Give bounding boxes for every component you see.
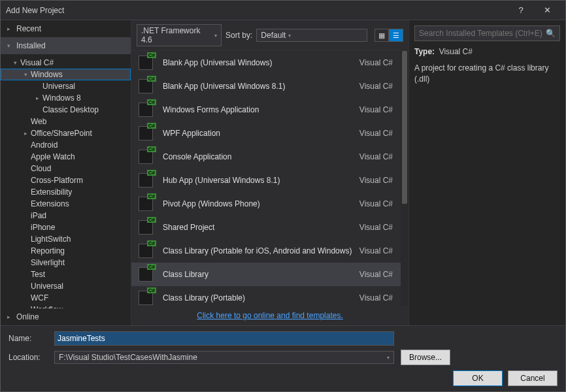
sortby-label: Sort by:: [225, 31, 252, 40]
tree-node-label: Web: [31, 117, 46, 126]
tree-node-label: Universal: [31, 282, 63, 291]
template-icon: C#: [137, 77, 155, 95]
template-name: Console Application: [163, 152, 359, 161]
tree-node-label: iPhone: [31, 223, 55, 232]
template-item[interactable]: C#Class Library (Portable for iOS, Andro…: [131, 239, 401, 263]
tree-node-label: Office/SharePoint: [31, 129, 92, 138]
template-name: Hub App (Universal Windows 8.1): [163, 176, 359, 185]
template-list: C#Blank App (Universal Windows)Visual C#…: [131, 51, 408, 306]
tree-node[interactable]: iPhone: [1, 221, 131, 233]
tree-node-label: Classic Desktop: [42, 105, 99, 114]
tree-node[interactable]: Workflow: [1, 304, 131, 308]
dialog-title: Add New Project: [6, 6, 508, 15]
template-icon: C#: [137, 171, 155, 189]
tree-node[interactable]: Cloud: [1, 163, 131, 174]
template-item[interactable]: C#Windows Forms ApplicationVisual C#: [131, 98, 401, 122]
name-label: Name:: [8, 334, 48, 343]
ok-button[interactable]: OK: [453, 370, 503, 386]
view-list-icon[interactable]: ☰: [389, 29, 403, 42]
scrollbar[interactable]: [401, 51, 408, 306]
tree-node-label: LightSwitch: [31, 235, 71, 244]
tree-node[interactable]: Universal: [1, 80, 131, 92]
online-templates-link[interactable]: Click here to go online and find templat…: [197, 311, 342, 320]
tree-node-label: Apple Watch: [31, 152, 75, 161]
tree-node[interactable]: ▸Windows 8: [1, 92, 131, 104]
template-icon: C#: [137, 101, 155, 119]
tree-node-label: Reporting: [31, 246, 65, 255]
template-name: WPF Application: [163, 129, 359, 138]
template-name: Shared Project: [163, 223, 359, 232]
template-item[interactable]: C#Shared ProjectVisual C#: [131, 216, 401, 239]
tree-node[interactable]: Silverlight: [1, 257, 131, 269]
description: A project for creating a C# class librar…: [414, 63, 560, 85]
tree-node[interactable]: WCF: [1, 292, 131, 304]
tree-node[interactable]: ▾Windows: [1, 69, 131, 80]
category-panel: ▸Recent ▾Installed ▾Visual C#▾WindowsUni…: [1, 20, 131, 325]
tree-node[interactable]: ▾Visual C#: [1, 57, 131, 69]
tree-node-label: Visual C#: [20, 58, 54, 67]
help-icon[interactable]: ?: [508, 5, 534, 15]
type-row: Type: Visual C#: [414, 46, 560, 57]
view-grid-icon[interactable]: ▦: [375, 29, 389, 42]
framework-dropdown[interactable]: .NET Framework 4.6▾: [137, 24, 222, 46]
titlebar: Add New Project ? ✕: [1, 1, 565, 20]
tree-node[interactable]: Cross-Platform: [1, 174, 131, 186]
template-item[interactable]: C#WPF ApplicationVisual C#: [131, 122, 401, 145]
tree-node[interactable]: ▸Office/SharePoint: [1, 127, 131, 139]
tree-node[interactable]: Test: [1, 269, 131, 280]
tree-node-label: Android: [31, 140, 58, 150]
tree-node[interactable]: Reporting: [1, 245, 131, 257]
tree-node-label: Windows 8: [42, 93, 81, 103]
template-list-panel: .NET Framework 4.6▾ Sort by: Default▾ ▦ …: [131, 20, 408, 325]
template-name: Pivot App (Windows Phone): [163, 199, 359, 208]
template-item[interactable]: C#Class LibraryVisual C#: [131, 263, 401, 286]
template-icon: C#: [137, 124, 155, 142]
template-item[interactable]: C#Hub App (Universal Windows 8.1)Visual …: [131, 169, 401, 192]
close-icon[interactable]: ✕: [534, 5, 560, 15]
template-name: Class Library: [163, 270, 359, 279]
template-lang: Visual C#: [359, 152, 393, 161]
template-icon: C#: [137, 54, 155, 72]
sortby-dropdown[interactable]: Default▾: [256, 29, 367, 42]
name-input[interactable]: [54, 331, 394, 346]
tree-node[interactable]: Classic Desktop: [1, 104, 131, 116]
tree-node[interactable]: iPad: [1, 210, 131, 221]
tree-node-label: Windows: [31, 70, 63, 79]
category-online[interactable]: ▸Online: [1, 308, 131, 325]
tree-node[interactable]: Android: [1, 139, 131, 151]
category-recent[interactable]: ▸Recent: [1, 20, 131, 37]
template-lang: Visual C#: [359, 176, 393, 185]
details-panel: 🔍 Type: Visual C# A project for creating…: [408, 20, 565, 325]
tree-node-label: iPad: [31, 211, 46, 220]
template-item[interactable]: C#Blank App (Universal Windows)Visual C#: [131, 51, 401, 74]
tree-node[interactable]: Apple Watch: [1, 151, 131, 163]
browse-button[interactable]: Browse...: [401, 350, 450, 365]
tree-node[interactable]: Extensions: [1, 198, 131, 210]
add-new-project-dialog: Add New Project ? ✕ ▸Recent ▾Installed ▾…: [0, 0, 566, 392]
cancel-button[interactable]: Cancel: [508, 370, 558, 386]
tree-node[interactable]: Extensibility: [1, 186, 131, 198]
template-lang: Visual C#: [359, 58, 393, 67]
template-name: Blank App (Universal Windows 8.1): [163, 82, 359, 91]
template-name: Class Library (Portable): [163, 293, 359, 302]
tree-node-label: Cross-Platform: [31, 176, 83, 185]
tree-node[interactable]: LightSwitch: [1, 233, 131, 245]
location-dropdown[interactable]: F:\Visual Studio\TestCasesWithJasmine▾: [54, 351, 394, 364]
tree-node-label: Test: [31, 270, 45, 279]
category-installed[interactable]: ▾Installed: [1, 37, 131, 54]
tree-node-label: Universal: [42, 82, 75, 91]
template-lang: Visual C#: [359, 223, 393, 232]
scrollbar-thumb[interactable]: [402, 51, 407, 204]
template-item[interactable]: C#Class Library (Portable)Visual C#: [131, 286, 401, 306]
search-box[interactable]: 🔍: [414, 25, 560, 41]
template-item[interactable]: C#Blank App (Universal Windows 8.1)Visua…: [131, 74, 401, 98]
tree-node[interactable]: Web: [1, 116, 131, 127]
template-icon: C#: [137, 195, 155, 213]
template-item[interactable]: C#Console ApplicationVisual C#: [131, 145, 401, 169]
template-icon: C#: [137, 148, 155, 166]
search-icon[interactable]: 🔍: [546, 29, 556, 38]
tree-node[interactable]: Universal: [1, 280, 131, 292]
template-item[interactable]: C#Pivot App (Windows Phone)Visual C#: [131, 192, 401, 216]
template-name: Windows Forms Application: [163, 105, 359, 114]
search-input[interactable]: [419, 29, 543, 38]
